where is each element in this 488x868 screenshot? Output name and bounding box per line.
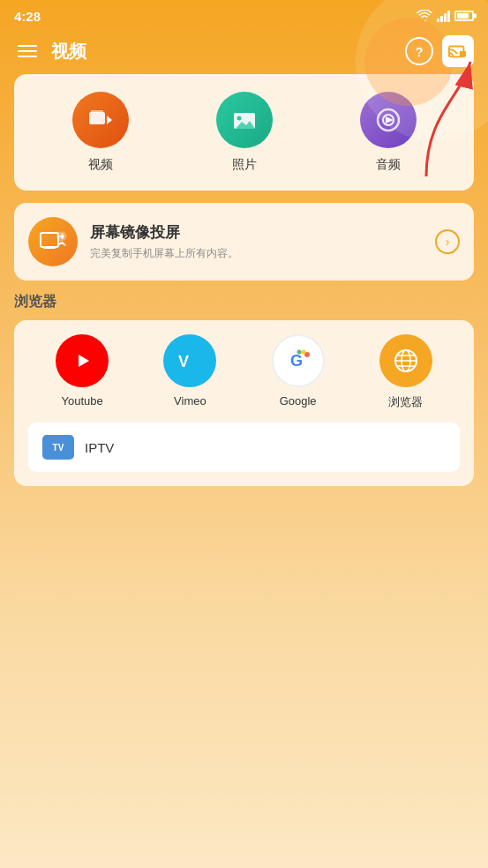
youtube-app[interactable]: Youtube	[56, 334, 109, 410]
youtube-logo	[66, 349, 98, 372]
browser-card: Youtube V Vimeo G	[14, 320, 474, 486]
svg-point-8	[236, 116, 241, 121]
photo-icon-circle	[216, 92, 273, 148]
signal-icon	[437, 10, 450, 22]
audio-icon	[374, 106, 402, 134]
status-time: 4:28	[14, 9, 41, 24]
mirror-chevron: ›	[435, 229, 460, 254]
svg-rect-4	[89, 112, 105, 124]
wifi-icon	[417, 10, 432, 22]
vimeo-icon: V	[163, 334, 216, 387]
audio-item[interactable]: 音频	[360, 92, 417, 173]
video-label: 视频	[88, 157, 113, 173]
svg-marker-17	[79, 355, 89, 367]
browser-apps: Youtube V Vimeo G	[28, 334, 460, 410]
svg-marker-6	[107, 116, 112, 124]
photo-label: 照片	[232, 157, 257, 173]
mirror-text: 屏幕镜像投屏 完美复制手机屏幕上所有内容。	[90, 222, 423, 261]
svg-point-21	[301, 350, 305, 355]
photo-item[interactable]: 照片	[216, 92, 273, 173]
google-logo: G	[282, 345, 314, 377]
main-content: 视频 照片	[0, 74, 488, 486]
browser-label: 浏览器	[388, 394, 423, 410]
iptv-label: IPTV	[85, 440, 114, 455]
vimeo-label: Vimeo	[174, 394, 206, 408]
status-bar: 4:28	[0, 0, 488, 28]
google-label: Google	[280, 394, 317, 408]
video-icon	[86, 106, 115, 134]
svg-rect-15	[43, 247, 56, 249]
cast-icon	[448, 41, 468, 61]
photo-icon	[230, 106, 259, 134]
video-item[interactable]: 视频	[72, 92, 129, 173]
browser-icon	[379, 334, 432, 387]
help-button[interactable]: ?	[405, 37, 433, 65]
google-app[interactable]: G Google	[272, 334, 325, 410]
top-nav: 视频 ?	[0, 28, 488, 74]
svg-rect-5	[91, 110, 103, 113]
mirror-icon-circle	[28, 217, 78, 266]
youtube-icon	[56, 334, 109, 387]
nav-right: ?	[405, 35, 474, 67]
browser-globe-icon	[390, 345, 422, 377]
browser-section-title: 浏览器	[14, 293, 474, 311]
battery-icon	[454, 11, 474, 21]
mirror-icon	[39, 228, 67, 256]
svg-rect-3	[460, 51, 466, 56]
google-icon: G	[272, 334, 325, 387]
mirror-card[interactable]: 屏幕镜像投屏 完美复制手机屏幕上所有内容。 ›	[14, 203, 474, 281]
audio-icon-circle	[360, 92, 417, 148]
page-title: 视频	[51, 40, 86, 64]
svg-point-22	[297, 350, 301, 355]
youtube-label: Youtube	[62, 394, 103, 408]
svg-text:V: V	[178, 353, 189, 370]
mirror-desc: 完美复制手机屏幕上所有内容。	[90, 246, 423, 261]
vimeo-app[interactable]: V Vimeo	[163, 334, 216, 410]
svg-rect-14	[41, 233, 58, 247]
media-card: 视频 照片	[14, 74, 474, 191]
browser-app[interactable]: 浏览器	[379, 334, 432, 410]
vimeo-logo: V	[174, 349, 206, 372]
video-icon-circle	[72, 92, 129, 148]
iptv-icon: TV	[42, 435, 74, 460]
cast-button[interactable]	[442, 35, 474, 67]
mirror-title: 屏幕镜像投屏	[90, 222, 423, 243]
audio-label: 音频	[376, 157, 401, 173]
status-icons	[417, 10, 474, 22]
menu-button[interactable]	[14, 41, 41, 61]
iptv-row[interactable]: TV IPTV	[28, 423, 460, 472]
svg-text:G: G	[290, 352, 303, 370]
